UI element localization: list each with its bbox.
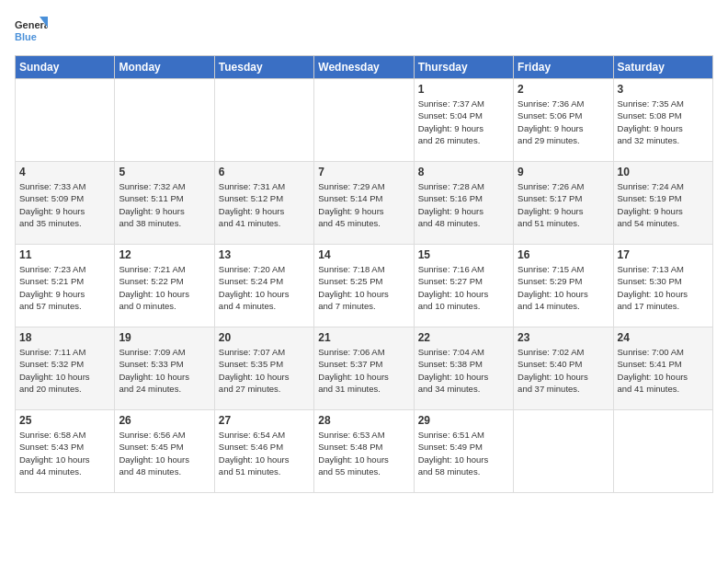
day-info: Sunrise: 7:13 AM Sunset: 5:30 PM Dayligh… (618, 263, 709, 312)
day-number: 3 (618, 83, 709, 96)
week-row-1: 1Sunrise: 7:37 AM Sunset: 5:04 PM Daylig… (16, 79, 713, 162)
logo-svg: General Blue (15, 15, 48, 48)
day-number: 8 (418, 166, 509, 178)
day-number: 17 (618, 248, 709, 261)
day-info: Sunrise: 7:11 AM Sunset: 5:32 PM Dayligh… (19, 346, 110, 395)
day-number: 13 (219, 248, 310, 261)
day-number: 4 (19, 166, 110, 178)
day-number: 6 (219, 166, 310, 178)
day-number: 18 (19, 331, 110, 344)
day-number: 12 (119, 248, 210, 261)
week-row-3: 11Sunrise: 7:23 AM Sunset: 5:21 PM Dayli… (16, 245, 713, 327)
logo: General Blue (15, 15, 48, 48)
day-number: 27 (219, 414, 310, 427)
column-header-thursday: Thursday (414, 56, 513, 79)
page-header: General Blue (15, 15, 713, 48)
day-info: Sunrise: 7:37 AM Sunset: 5:04 PM Dayligh… (418, 98, 509, 146)
calendar-cell: 7Sunrise: 7:29 AM Sunset: 5:14 PM Daylig… (314, 162, 414, 245)
day-number: 14 (318, 248, 409, 261)
day-number: 23 (518, 331, 609, 344)
calendar-cell: 27Sunrise: 6:54 AM Sunset: 5:46 PM Dayli… (214, 410, 313, 493)
day-info: Sunrise: 7:36 AM Sunset: 5:06 PM Dayligh… (518, 98, 609, 146)
day-number: 15 (418, 248, 509, 261)
calendar-cell (214, 79, 313, 162)
calendar-cell (314, 79, 414, 162)
day-number: 28 (318, 414, 409, 427)
day-info: Sunrise: 7:21 AM Sunset: 5:22 PM Dayligh… (119, 263, 210, 312)
day-number: 25 (19, 414, 110, 427)
svg-text:General: General (15, 19, 48, 30)
day-number: 9 (518, 166, 609, 178)
day-number: 19 (119, 331, 210, 344)
calendar-cell: 12Sunrise: 7:21 AM Sunset: 5:22 PM Dayli… (115, 245, 214, 327)
day-number: 1 (418, 83, 509, 96)
day-info: Sunrise: 7:07 AM Sunset: 5:35 PM Dayligh… (219, 346, 310, 395)
day-info: Sunrise: 7:28 AM Sunset: 5:16 PM Dayligh… (418, 180, 509, 229)
calendar-cell (16, 79, 115, 162)
calendar-cell: 9Sunrise: 7:26 AM Sunset: 5:17 PM Daylig… (514, 162, 613, 245)
column-header-saturday: Saturday (613, 56, 712, 79)
column-header-sunday: Sunday (16, 56, 115, 79)
logo-mark: General Blue (15, 15, 48, 48)
column-header-monday: Monday (115, 56, 214, 79)
calendar-cell: 20Sunrise: 7:07 AM Sunset: 5:35 PM Dayli… (214, 327, 313, 410)
calendar-cell: 13Sunrise: 7:20 AM Sunset: 5:24 PM Dayli… (214, 245, 313, 327)
calendar-cell: 3Sunrise: 7:35 AM Sunset: 5:08 PM Daylig… (613, 79, 712, 162)
day-number: 20 (219, 331, 310, 344)
calendar-cell: 21Sunrise: 7:06 AM Sunset: 5:37 PM Dayli… (314, 327, 414, 410)
day-number: 22 (418, 331, 509, 344)
day-number: 26 (119, 414, 210, 427)
day-info: Sunrise: 7:31 AM Sunset: 5:12 PM Dayligh… (219, 180, 310, 229)
day-number: 21 (318, 331, 409, 344)
day-info: Sunrise: 7:18 AM Sunset: 5:25 PM Dayligh… (318, 263, 409, 312)
week-row-5: 25Sunrise: 6:58 AM Sunset: 5:43 PM Dayli… (16, 410, 713, 493)
calendar-cell: 22Sunrise: 7:04 AM Sunset: 5:38 PM Dayli… (414, 327, 513, 410)
day-info: Sunrise: 7:15 AM Sunset: 5:29 PM Dayligh… (518, 263, 609, 312)
day-info: Sunrise: 7:26 AM Sunset: 5:17 PM Dayligh… (518, 180, 609, 229)
day-info: Sunrise: 7:16 AM Sunset: 5:27 PM Dayligh… (418, 263, 509, 312)
day-info: Sunrise: 7:20 AM Sunset: 5:24 PM Dayligh… (219, 263, 310, 312)
header-row: SundayMondayTuesdayWednesdayThursdayFrid… (16, 56, 713, 79)
day-info: Sunrise: 7:24 AM Sunset: 5:19 PM Dayligh… (618, 180, 709, 229)
calendar-cell: 16Sunrise: 7:15 AM Sunset: 5:29 PM Dayli… (514, 245, 613, 327)
calendar-cell: 17Sunrise: 7:13 AM Sunset: 5:30 PM Dayli… (613, 245, 712, 327)
calendar-cell: 2Sunrise: 7:36 AM Sunset: 5:06 PM Daylig… (514, 79, 613, 162)
day-info: Sunrise: 6:58 AM Sunset: 5:43 PM Dayligh… (19, 429, 110, 477)
column-header-friday: Friday (514, 56, 613, 79)
day-number: 10 (618, 166, 709, 178)
calendar-cell (514, 410, 613, 493)
calendar-cell (115, 79, 214, 162)
column-header-tuesday: Tuesday (214, 56, 313, 79)
calendar-cell: 11Sunrise: 7:23 AM Sunset: 5:21 PM Dayli… (16, 245, 115, 327)
day-info: Sunrise: 7:32 AM Sunset: 5:11 PM Dayligh… (119, 180, 210, 229)
calendar-cell: 19Sunrise: 7:09 AM Sunset: 5:33 PM Dayli… (115, 327, 214, 410)
calendar-cell: 28Sunrise: 6:53 AM Sunset: 5:48 PM Dayli… (314, 410, 414, 493)
day-number: 2 (518, 83, 609, 96)
calendar-cell: 18Sunrise: 7:11 AM Sunset: 5:32 PM Dayli… (16, 327, 115, 410)
calendar-cell: 4Sunrise: 7:33 AM Sunset: 5:09 PM Daylig… (16, 162, 115, 245)
calendar-cell: 26Sunrise: 6:56 AM Sunset: 5:45 PM Dayli… (115, 410, 214, 493)
calendar-cell: 10Sunrise: 7:24 AM Sunset: 5:19 PM Dayli… (613, 162, 712, 245)
day-number: 29 (418, 414, 509, 427)
week-row-4: 18Sunrise: 7:11 AM Sunset: 5:32 PM Dayli… (16, 327, 713, 410)
day-number: 16 (518, 248, 609, 261)
calendar-cell: 25Sunrise: 6:58 AM Sunset: 5:43 PM Dayli… (16, 410, 115, 493)
calendar-cell: 29Sunrise: 6:51 AM Sunset: 5:49 PM Dayli… (414, 410, 513, 493)
day-number: 5 (119, 166, 210, 178)
day-info: Sunrise: 7:09 AM Sunset: 5:33 PM Dayligh… (119, 346, 210, 395)
calendar-cell: 23Sunrise: 7:02 AM Sunset: 5:40 PM Dayli… (514, 327, 613, 410)
calendar-cell: 15Sunrise: 7:16 AM Sunset: 5:27 PM Dayli… (414, 245, 513, 327)
day-info: Sunrise: 6:53 AM Sunset: 5:48 PM Dayligh… (318, 429, 409, 477)
calendar-cell: 5Sunrise: 7:32 AM Sunset: 5:11 PM Daylig… (115, 162, 214, 245)
day-info: Sunrise: 6:51 AM Sunset: 5:49 PM Dayligh… (418, 429, 509, 477)
calendar-cell: 1Sunrise: 7:37 AM Sunset: 5:04 PM Daylig… (414, 79, 513, 162)
day-info: Sunrise: 7:33 AM Sunset: 5:09 PM Dayligh… (19, 180, 110, 229)
day-info: Sunrise: 7:35 AM Sunset: 5:08 PM Dayligh… (618, 98, 709, 146)
week-row-2: 4Sunrise: 7:33 AM Sunset: 5:09 PM Daylig… (16, 162, 713, 245)
day-info: Sunrise: 7:02 AM Sunset: 5:40 PM Dayligh… (518, 346, 609, 395)
calendar-cell: 24Sunrise: 7:00 AM Sunset: 5:41 PM Dayli… (613, 327, 712, 410)
calendar-cell: 14Sunrise: 7:18 AM Sunset: 5:25 PM Dayli… (314, 245, 414, 327)
day-info: Sunrise: 6:54 AM Sunset: 5:46 PM Dayligh… (219, 429, 310, 477)
day-number: 11 (19, 248, 110, 261)
svg-text:Blue: Blue (15, 31, 37, 42)
